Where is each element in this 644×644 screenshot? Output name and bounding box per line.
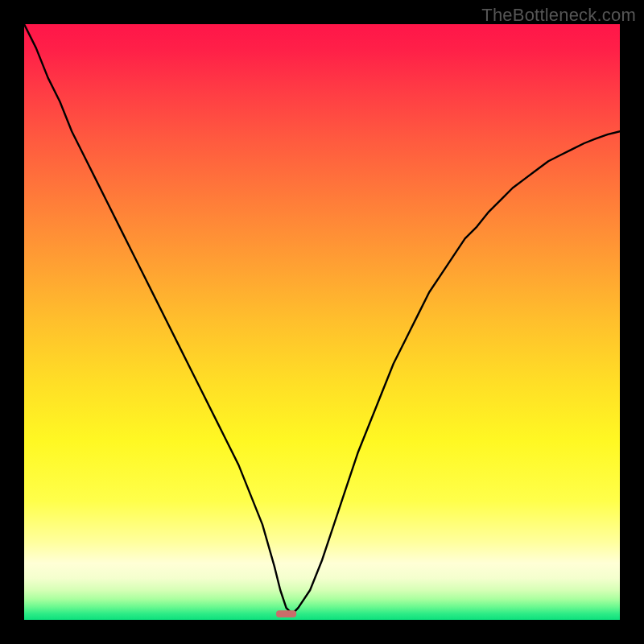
chart-frame: TheBottleneck.com [0,0,644,644]
watermark-text: TheBottleneck.com [481,5,636,26]
plot-background [24,24,620,620]
min-marker [276,610,296,617]
bottleneck-plot [24,24,620,620]
